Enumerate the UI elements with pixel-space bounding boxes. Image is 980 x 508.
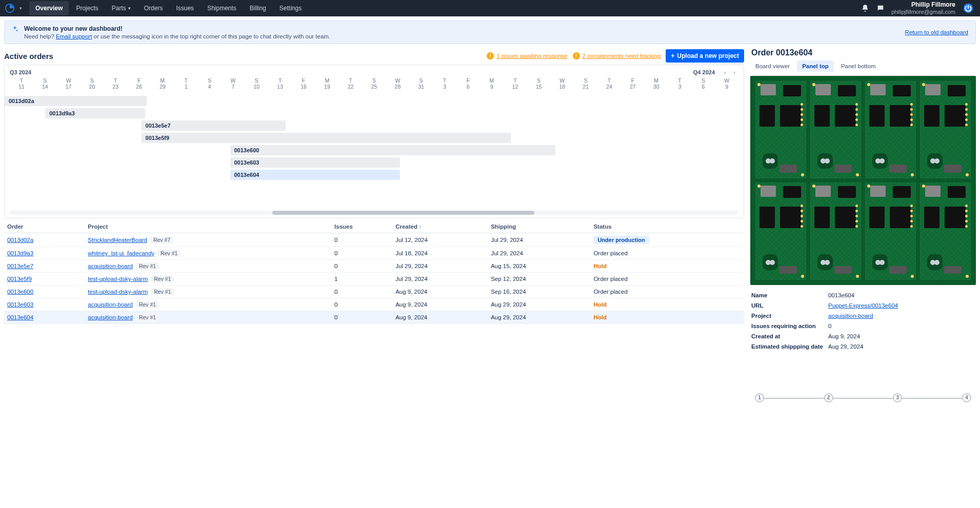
logo-icon bbox=[5, 4, 14, 13]
meta-link[interactable]: Puppet-Express/0013e604 bbox=[828, 302, 898, 309]
gantt-bar-0013e5e7[interactable]: 0013e5e7 bbox=[142, 120, 286, 131]
nav-parts[interactable]: Parts ▾ bbox=[106, 1, 137, 15]
sort-asc-icon: ↑ bbox=[417, 224, 422, 230]
timeline-col: T3 bbox=[433, 77, 456, 90]
table-row[interactable]: 0013d9a3whitney_tst-ui_fadecandyRev #10J… bbox=[4, 247, 744, 260]
gantt-bar-0013d02a[interactable]: 0013d02a bbox=[5, 96, 147, 106]
table-row[interactable]: 0013e600test-upload-dsky-alarmRev #10Aug… bbox=[4, 286, 744, 298]
meta-key: Estimated shippping date bbox=[751, 343, 828, 350]
issues-awaiting-link[interactable]: ! 1 issues awaiting response bbox=[487, 52, 567, 59]
power-icon[interactable] bbox=[962, 2, 975, 15]
sparkle-icon bbox=[11, 25, 20, 34]
timeline-col: S14 bbox=[33, 77, 57, 90]
project-link[interactable]: test-upload-dsky-alarm bbox=[88, 289, 148, 295]
table-row[interactable]: 0013e5e7acquisition-boardRev #10Jul 29, … bbox=[4, 260, 744, 273]
table-row[interactable]: 0013d02aStricklandHeaterBoardRev #70Jul … bbox=[4, 233, 744, 247]
order-link[interactable]: 0013d9a3 bbox=[7, 250, 33, 256]
gantt-bar-0013e604[interactable]: 0013e604 bbox=[230, 170, 400, 180]
gantt-bar-0013e603[interactable]: 0013e603 bbox=[230, 157, 400, 168]
timeline-scrollbar[interactable] bbox=[10, 211, 738, 215]
project-link[interactable]: whitney_tst-ui_fadecandy bbox=[88, 250, 154, 256]
tab-board-viewer[interactable]: Board viewer bbox=[750, 60, 795, 72]
gantt-bar-0013e5f9[interactable]: 0013e5f9 bbox=[142, 133, 511, 143]
plus-icon: + bbox=[671, 52, 674, 59]
issues-cell: 0 bbox=[331, 233, 392, 247]
order-link[interactable]: 0013d02a bbox=[7, 237, 33, 243]
status-badge: Order placed bbox=[593, 276, 627, 282]
timeline-col: W7 bbox=[222, 77, 245, 90]
table-row[interactable]: 0013e604acquisition-boardRev #10Aug 9, 2… bbox=[4, 311, 744, 324]
step-under-production: 3Under production bbox=[893, 393, 902, 402]
project-link[interactable]: test-upload-dsky-alarm bbox=[88, 276, 148, 282]
shipping-cell: Aug 29, 2024 bbox=[488, 298, 590, 311]
order-link[interactable]: 0013e603 bbox=[7, 301, 33, 308]
order-link[interactable]: 0013e5e7 bbox=[7, 263, 33, 269]
tab-panel-top[interactable]: Panel top bbox=[797, 60, 834, 72]
project-link[interactable]: acquisition-board bbox=[88, 301, 133, 308]
col-order[interactable]: Order bbox=[4, 220, 85, 233]
messaging-icon[interactable] bbox=[874, 2, 887, 15]
project-link[interactable]: StricklandHeaterBoard bbox=[88, 237, 147, 243]
banner-sub-prefix: Need help? bbox=[24, 33, 56, 39]
gantt-bar-0013d9a3[interactable]: 0013d9a3 bbox=[45, 108, 145, 118]
user-block[interactable]: Phillip Fillmore philipjfillmore@gmail.c… bbox=[891, 2, 955, 14]
project-link[interactable]: acquisition-board bbox=[88, 314, 133, 320]
active-orders-title: Active orders bbox=[4, 52, 53, 60]
nav-settings[interactable]: Settings bbox=[273, 1, 308, 15]
notifications-icon[interactable] bbox=[858, 2, 872, 15]
timeline-next-button[interactable]: › bbox=[730, 68, 738, 76]
step-complete: 4Complete bbox=[962, 393, 971, 402]
warning-icon: ! bbox=[573, 52, 580, 59]
timeline-col: F16 bbox=[292, 77, 315, 90]
banner-subtitle: Need help? Email support or use the mess… bbox=[24, 33, 330, 39]
timeline-col: M9 bbox=[480, 77, 504, 90]
email-support-link[interactable]: Email support bbox=[56, 33, 92, 39]
timeline-col: T1 bbox=[174, 77, 198, 90]
step-ball: 4 bbox=[962, 393, 971, 402]
pcb-board bbox=[920, 182, 971, 280]
col-issues[interactable]: Issues bbox=[331, 220, 392, 233]
orders-table: OrderProjectIssuesCreated ↑ShippingStatu… bbox=[4, 220, 744, 324]
project-link[interactable]: acquisition-board bbox=[88, 263, 133, 269]
nav-shipments[interactable]: Shipments bbox=[201, 1, 243, 15]
timeline-scroll-thumb[interactable] bbox=[272, 211, 535, 215]
meta-value: Aug 29, 2024 bbox=[828, 343, 975, 350]
upload-project-button[interactable]: + Upload a new project bbox=[666, 49, 744, 63]
nav-orders[interactable]: Orders bbox=[138, 1, 169, 15]
gantt-bar-0013e600[interactable]: 0013e600 bbox=[230, 145, 555, 155]
table-row[interactable]: 0013e5f9test-upload-dsky-alarmRev #11Jul… bbox=[4, 273, 744, 286]
consignments-tracking-link[interactable]: ! 2 consignments need tracking bbox=[573, 52, 661, 59]
nav-overview[interactable]: Overview bbox=[29, 1, 69, 15]
shipping-cell: Jul 29, 2024 bbox=[488, 247, 590, 260]
meta-value: Puppet-Express/0013e604 bbox=[828, 302, 975, 309]
col-shipping[interactable]: Shipping bbox=[488, 220, 590, 233]
order-link[interactable]: 0013e5f9 bbox=[7, 276, 32, 282]
nav-projects[interactable]: Projects bbox=[70, 1, 104, 15]
order-link[interactable]: 0013e604 bbox=[7, 314, 33, 320]
timeline-col: M19 bbox=[315, 77, 339, 90]
col-project[interactable]: Project bbox=[85, 220, 331, 233]
timeline-prev-button[interactable]: ‹ bbox=[721, 68, 729, 76]
created-cell: Aug 9, 2024 bbox=[392, 311, 488, 324]
issues-cell: 0 bbox=[331, 298, 392, 311]
nav-issues[interactable]: Issues bbox=[170, 1, 200, 15]
table-row[interactable]: 0013e603acquisition-boardRev #10Aug 9, 2… bbox=[4, 298, 744, 311]
top-bar: ▾ OverviewProjectsParts ▾OrdersIssuesShi… bbox=[0, 0, 980, 16]
timeline-col: F27 bbox=[621, 77, 645, 90]
timeline-col: M29 bbox=[151, 77, 174, 90]
meta-link[interactable]: acquisition-board bbox=[828, 313, 873, 319]
tab-panel-bottom[interactable]: Panel bottom bbox=[836, 60, 881, 72]
main-nav: OverviewProjectsParts ▾OrdersIssuesShipm… bbox=[29, 1, 308, 15]
shipping-cell: Jul 29, 2024 bbox=[488, 233, 590, 247]
timeline-col: T13 bbox=[268, 77, 292, 90]
return-old-dashboard-link[interactable]: Return to old dashboard bbox=[905, 29, 968, 35]
col-created[interactable]: Created ↑ bbox=[392, 220, 488, 233]
nav-billing[interactable]: Billing bbox=[244, 1, 272, 15]
col-status[interactable]: Status bbox=[590, 220, 744, 233]
pcb-board bbox=[810, 182, 861, 280]
order-progress-steps: 1Order placed2Ready for production3Under… bbox=[750, 398, 976, 399]
brand-caret-icon[interactable]: ▾ bbox=[17, 6, 24, 11]
brand[interactable]: ▾ bbox=[5, 4, 24, 13]
order-link[interactable]: 0013e600 bbox=[7, 289, 33, 295]
status-badge: Under production bbox=[593, 236, 649, 244]
